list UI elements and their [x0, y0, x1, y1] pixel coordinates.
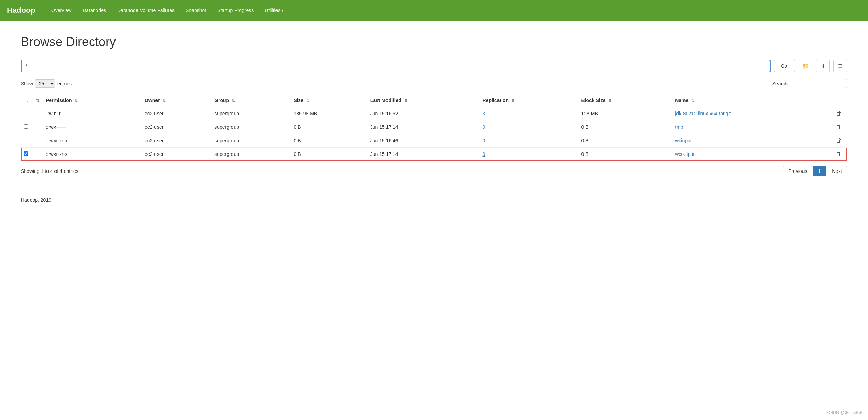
sort-icon-block-size: ⇅	[608, 99, 611, 103]
table-row: drwxr-xr-x ec2-user supergroup 0 B Jun 1…	[21, 148, 847, 161]
replication-link[interactable]: 0	[483, 151, 485, 157]
table-row: -rw-r--r-- ec2-user supergroup 185.98 MB…	[21, 107, 847, 120]
previous-button[interactable]: Previous	[783, 166, 812, 176]
row-checkbox-cell	[21, 134, 33, 148]
row-name: tmp	[672, 120, 833, 134]
replication-link[interactable]: 0	[483, 138, 485, 143]
page-title: Browse Directory	[21, 35, 847, 49]
size-label: Size	[294, 98, 304, 103]
folder-icon-button[interactable]: 📁	[799, 60, 812, 72]
row-size: 185.98 MB	[291, 107, 367, 120]
header-name[interactable]: Name ⇅	[672, 94, 833, 107]
show-label: Show	[21, 81, 33, 86]
main-content: Browse Directory Go! 📁 ⬆ ☰ Show 10 25 50…	[0, 21, 868, 217]
path-input[interactable]	[21, 60, 771, 72]
row-replication: 3	[480, 107, 579, 120]
pagination-row: Showing 1 to 4 of 4 entries Previous 1 N…	[21, 166, 847, 176]
list-icon: ☰	[838, 63, 843, 69]
navbar-brand[interactable]: Hadoop	[7, 6, 35, 15]
directory-table: ⇅ Permission ⇅ Owner ⇅ Group ⇅ Size ⇅	[21, 94, 847, 161]
row-action: 🗑	[833, 107, 847, 120]
row-sort-cell	[33, 134, 43, 148]
row-action: 🗑	[833, 148, 847, 161]
header-owner[interactable]: Owner ⇅	[142, 94, 212, 107]
row-checkbox-cell	[21, 148, 33, 161]
row-permission: drwxr-xr-x	[43, 134, 142, 148]
row-sort-cell	[33, 107, 43, 120]
row-checkbox-cell	[21, 107, 33, 120]
header-group[interactable]: Group ⇅	[212, 94, 291, 107]
row-action: 🗑	[833, 134, 847, 148]
replication-link[interactable]: 3	[483, 111, 485, 116]
controls-row: Show 10 25 50 100 entries Search:	[21, 79, 847, 88]
search-row: Search:	[772, 79, 847, 88]
row-group: supergroup	[212, 134, 291, 148]
row-block-size: 0 B	[579, 120, 673, 134]
pagination: Previous 1 Next	[783, 166, 847, 176]
row-last-modified: Jun 15 17:14	[367, 148, 480, 161]
row-name: jdk-8u212-linux-x64.tar.gz	[672, 107, 833, 120]
row-sort-cell	[33, 120, 43, 134]
entries-select[interactable]: 10 25 50 100	[35, 79, 55, 88]
page-1-button[interactable]: 1	[813, 166, 826, 176]
upload-button[interactable]: ⬆	[816, 60, 830, 72]
row-checkbox[interactable]	[24, 124, 28, 129]
name-link[interactable]: wcinput	[675, 138, 691, 143]
header-block-size[interactable]: Block Size ⇅	[579, 94, 673, 107]
select-all-checkbox[interactable]	[24, 98, 28, 102]
nav-item-datanode-volume-failures[interactable]: Datanode Volume Failures	[112, 5, 180, 16]
list-view-button[interactable]: ☰	[833, 60, 847, 72]
row-block-size: 0 B	[579, 148, 673, 161]
entries-label: entries	[57, 81, 72, 86]
row-checkbox[interactable]	[24, 138, 28, 142]
footer-text: Hadoop, 2019.	[21, 197, 53, 203]
row-size: 0 B	[291, 134, 367, 148]
upload-icon: ⬆	[821, 63, 825, 69]
delete-icon[interactable]: 🗑	[836, 110, 842, 116]
navbar: Hadoop Overview Datanodes Datanode Volum…	[0, 0, 868, 21]
row-group: supergroup	[212, 120, 291, 134]
row-checkbox[interactable]	[24, 151, 28, 156]
nav-item-utilities[interactable]: Utilities ▾	[259, 5, 289, 16]
nav-item-snapshot[interactable]: Snapshot	[180, 5, 212, 16]
table-header-row: ⇅ Permission ⇅ Owner ⇅ Group ⇅ Size ⇅	[21, 94, 847, 107]
row-last-modified: Jun 15 16:46	[367, 134, 480, 148]
search-input[interactable]	[792, 79, 847, 88]
name-link[interactable]: wcoutput	[675, 151, 695, 157]
row-replication: 0	[480, 120, 579, 134]
table-row: drwx------ ec2-user supergroup 0 B Jun 1…	[21, 120, 847, 134]
header-checkbox	[21, 94, 33, 107]
name-link[interactable]: jdk-8u212-linux-x64.tar.gz	[675, 111, 731, 116]
replication-label: Replication	[483, 98, 509, 103]
delete-icon[interactable]: 🗑	[836, 124, 842, 130]
header-replication[interactable]: Replication ⇅	[480, 94, 579, 107]
row-size: 0 B	[291, 120, 367, 134]
header-size[interactable]: Size ⇅	[291, 94, 367, 107]
replication-link[interactable]: 0	[483, 124, 485, 130]
header-last-modified[interactable]: Last Modified ⇅	[367, 94, 480, 107]
name-label: Name	[675, 98, 688, 103]
header-permission[interactable]: Permission ⇅	[43, 94, 142, 107]
row-last-modified: Jun 15 16:52	[367, 107, 480, 120]
row-action: 🗑	[833, 120, 847, 134]
next-button[interactable]: Next	[827, 166, 847, 176]
row-replication: 0	[480, 148, 579, 161]
header-sort-all[interactable]: ⇅	[33, 94, 43, 107]
row-owner: ec2-user	[142, 107, 212, 120]
sort-icon-name: ⇅	[691, 99, 694, 103]
go-button[interactable]: Go!	[774, 60, 795, 72]
last-modified-label: Last Modified	[370, 98, 401, 103]
nav-item-datanodes[interactable]: Datanodes	[77, 5, 112, 16]
nav-item-overview[interactable]: Overview	[46, 5, 77, 16]
delete-icon[interactable]: 🗑	[836, 151, 842, 157]
nav-item-startup-progress[interactable]: Startup Progress	[212, 5, 259, 16]
row-checkbox[interactable]	[24, 111, 28, 115]
delete-icon[interactable]: 🗑	[836, 137, 842, 143]
row-size: 0 B	[291, 148, 367, 161]
group-label: Group	[214, 98, 229, 103]
name-link[interactable]: tmp	[675, 124, 683, 130]
row-name: wcinput	[672, 134, 833, 148]
row-block-size: 128 MB	[579, 107, 673, 120]
folder-icon: 📁	[802, 63, 809, 69]
row-group: supergroup	[212, 107, 291, 120]
